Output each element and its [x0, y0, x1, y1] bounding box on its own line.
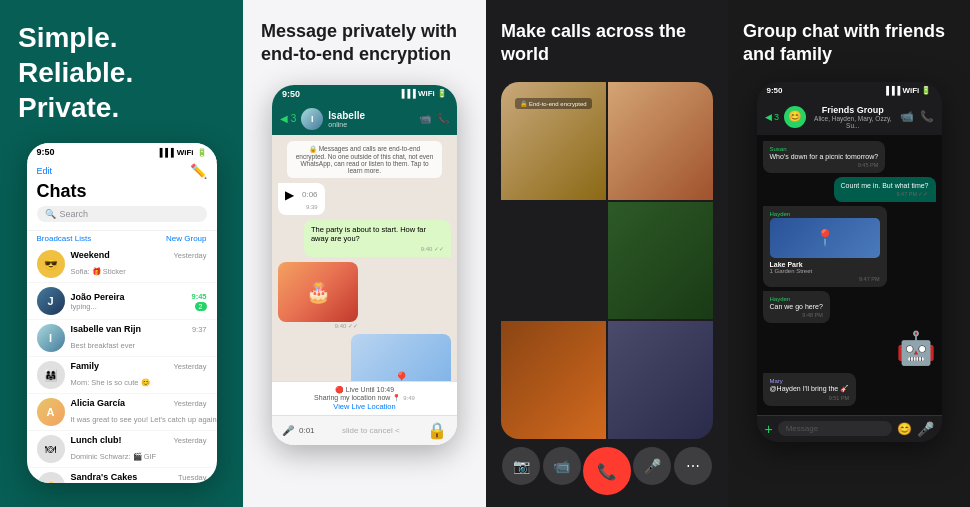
compose-icon[interactable]: ✏️	[190, 163, 207, 179]
map-bubble: 📍 9:49 ✓✓	[351, 334, 451, 381]
list-item[interactable]: 🍽 Lunch club! Yesterday Dominic Schwarz:…	[27, 431, 217, 468]
status-bar-2: 9:50 ▐▐▐ WiFi 🔋	[272, 85, 457, 103]
camera-button[interactable]: 📷	[502, 447, 540, 485]
video-call-icon[interactable]: 📹	[419, 113, 431, 124]
chat-bubble: Hayden Can we go here? 9:48 PM	[763, 291, 830, 323]
chats-title: Chats	[37, 181, 207, 202]
chat-bubble: Count me in. But what time? 9:47 PM ✓✓	[834, 177, 936, 202]
emoji-icon[interactable]: 😊	[897, 422, 912, 436]
section-2: Message privately with end-to-end encryp…	[243, 0, 486, 507]
message-input[interactable]: Message	[778, 421, 892, 436]
avatar: 👨‍👩‍👧	[37, 361, 65, 389]
section-4-headline: Group chat with friends and family	[743, 20, 955, 67]
chat-bubble: Mary @Hayden I'll bring the 🎸 9:51 PM	[763, 373, 857, 406]
friends-group-header: ◀ 3 😊 Friends Group Alice, Hayden, Mary,…	[757, 99, 942, 135]
phone-mockup-1: 9:50 ▐▐▐ WiFi 🔋 Edit ✏️ Chats 🔍 Search B…	[27, 143, 217, 483]
map-pin-icon: 📍	[815, 228, 835, 247]
section-2-headline: Message privately with end-to-end encryp…	[261, 20, 468, 67]
location-bubble: Hayden 📍 Lake Park 1 Garden Street 9:47 …	[763, 206, 887, 287]
avatar: I	[301, 108, 323, 130]
avatar: 😎	[37, 250, 65, 278]
voice-bar: 🎤 0:01 slide to cancel < 🔒	[272, 415, 457, 445]
wa-chat-header: ◀ 3 I Isabelle online 📹 📞	[272, 103, 457, 135]
section-1: Simple. Reliable. Private. 9:50 ▐▐▐ WiFi…	[0, 0, 243, 507]
chat-body: 🔒 Messages and calls are end-to-end encr…	[272, 135, 457, 381]
chat-bubble: Susan Who's down for a picnic tomorrow? …	[763, 141, 886, 173]
section-4: Group chat with friends and family 9:50 …	[728, 0, 970, 507]
video-call-icon[interactable]: 📹	[900, 110, 914, 123]
voice-bubble: ▶ 0:06 9:39	[278, 183, 325, 215]
video-cell-1: 🔒 End-to-end encrypted	[501, 82, 606, 200]
phone-mockup-2: 9:50 ▐▐▐ WiFi 🔋 ◀ 3 I Isabelle online 📹 …	[272, 85, 457, 445]
group-chat-body: Susan Who's down for a picnic tomorrow? …	[757, 135, 942, 415]
microphone-icon[interactable]: 🎤	[282, 425, 294, 436]
broadcast-lists[interactable]: Broadcast Lists	[37, 234, 92, 243]
more-options-button[interactable]: ⋯	[674, 447, 712, 485]
add-attachment-button[interactable]: +	[765, 421, 773, 437]
back-button[interactable]: ◀ 3	[765, 112, 780, 122]
call-icon[interactable]: 📞	[437, 113, 449, 124]
live-location-bar: 🔴 Live Until 10:49 Sharing my location n…	[272, 381, 457, 415]
avatar: A	[37, 398, 65, 426]
view-live-location-button[interactable]: View Live Location	[280, 402, 449, 411]
group-avatar: 😊	[784, 106, 806, 128]
list-item[interactable]: 👨‍👩‍👧 Family Yesterday Mom: She is so cu…	[27, 357, 217, 394]
mute-button[interactable]: 🎤	[633, 447, 671, 485]
lock-icon: 🔒	[427, 421, 447, 440]
avatar: 🍽	[37, 435, 65, 463]
play-icon[interactable]: ▶	[285, 188, 294, 202]
list-item[interactable]: A Alicia García Yesterday It was great t…	[27, 394, 217, 431]
list-item[interactable]: 🎂 Sandra's Cakes Tuesday It will be read…	[27, 468, 217, 483]
message-input-bar: + Message 😊 🎤	[757, 415, 942, 442]
call-controls: 📷 📹 📞 🎤 ⋯	[501, 439, 713, 507]
search-bar[interactable]: 🔍 Search	[37, 206, 207, 222]
status-bar-4: 9:50 ▐▐▐ WiFi 🔋	[757, 82, 942, 99]
video-cell-3	[608, 202, 713, 320]
avatar: I	[37, 324, 65, 352]
chats-header: Edit ✏️ Chats 🔍 Search	[27, 161, 217, 231]
video-cell-5	[608, 321, 713, 439]
chat-bubble-sent: The party is about to start. How far awa…	[304, 220, 451, 257]
new-group-button[interactable]: New Group	[166, 234, 206, 243]
avatar: 🎂	[37, 472, 65, 483]
phone-mockup-4: 9:50 ▐▐▐ WiFi 🔋 ◀ 3 😊 Friends Group Alic…	[757, 82, 942, 442]
status-bar-1: 9:50 ▐▐▐ WiFi 🔋	[27, 143, 217, 161]
image-bubble: 🎂 9:40 ✓✓	[278, 262, 358, 329]
edit-button[interactable]: Edit	[37, 166, 53, 176]
list-item[interactable]: J João Pereira 9:45 typing... 2	[27, 283, 217, 320]
call-icon[interactable]: 📞	[920, 110, 934, 123]
video-cell-4	[501, 321, 606, 439]
list-item[interactable]: 😎 Weekend Yesterday Sofia: 🎁 Sticker	[27, 246, 217, 283]
section-3: Make calls across the world 🔒 End-to-end…	[486, 0, 728, 507]
video-cell-2	[608, 82, 713, 200]
list-item[interactable]: I Isabelle van Rijn 9:37 Best breakfast …	[27, 320, 217, 357]
sticker-bubble: 🤖	[896, 329, 936, 367]
chat-list: 😎 Weekend Yesterday Sofia: 🎁 Sticker J J…	[27, 246, 217, 483]
section-1-headline: Simple. Reliable. Private.	[18, 20, 225, 125]
back-button[interactable]: ◀ 3	[280, 113, 296, 124]
video-button[interactable]: 📹	[543, 447, 581, 485]
end-call-button[interactable]: 📞	[583, 447, 631, 495]
microphone-button[interactable]: 🎤	[917, 421, 934, 437]
avatar: J	[37, 287, 65, 315]
encryption-notice: 🔒 Messages and calls are end-to-end encr…	[287, 141, 443, 178]
broadcast-row: Broadcast Lists New Group	[27, 231, 217, 246]
search-icon: 🔍	[45, 209, 56, 219]
video-call-grid: 🔒 End-to-end encrypted	[501, 82, 713, 439]
